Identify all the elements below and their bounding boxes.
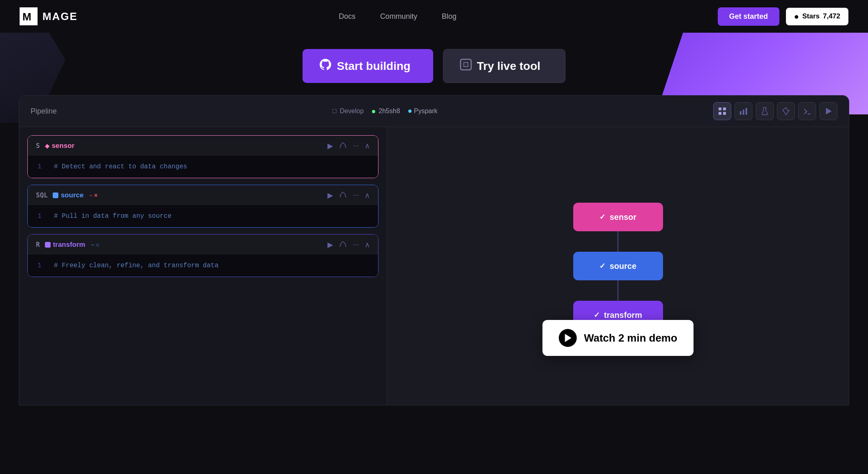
nav-blog[interactable]: Blog [442,12,456,21]
pipeline-develop: □ Develop [332,107,363,115]
cta-section: Start building Try live tool [0,33,868,95]
toolbar-run-btn[interactable] [819,102,837,120]
flow-sensor-label: sensor [610,212,637,222]
get-started-button[interactable]: Get started [718,7,779,26]
source-block-label: SQL source ←× [36,191,98,199]
toolbar-grid-btn[interactable] [713,102,731,120]
pipeline-hash: 2h5sh8 [372,107,400,115]
source-conn-icon: ←× [89,192,98,199]
source-more-btn[interactable]: ··· [353,191,359,199]
svg-rect-3 [719,107,721,110]
source-actions: ▶ ··· ∧ [327,190,370,200]
sensor-code-text[interactable]: # Detect and react to data changes [54,163,187,170]
transform-line-num: 1 [38,262,46,269]
sensor-file-btn[interactable] [339,141,347,151]
watch-demo-label: Watch 2 min demo [584,332,677,344]
sensor-check-icon: ✓ [599,212,605,221]
transform-type-label: R [36,241,40,248]
try-live-tool-button[interactable]: Try live tool [443,49,565,83]
transform-file-btn[interactable] [339,239,347,250]
svg-rect-8 [743,110,744,115]
logo-icon: M [20,7,38,25]
env-value: Pyspark [414,107,438,115]
flow-diagram: ✓ sensor ✓ source ✓ transform [573,203,663,329]
sensor-collapse-btn[interactable]: ∧ [365,141,370,150]
pipeline-panel: Pipeline □ Develop 2h5sh8 Pyspark [19,95,849,405]
develop-icon: □ [332,107,336,115]
nav-community[interactable]: Community [380,12,417,21]
sensor-block-label: S ◆ sensor [36,142,74,150]
sensor-type-label: S [36,142,40,150]
transform-collapse-btn[interactable]: ∧ [365,240,370,249]
pipeline-flow-area: ✓ sensor ✓ source ✓ transform [387,127,849,405]
pipeline-title: Pipeline [31,107,57,116]
sensor-run-btn[interactable]: ▶ [327,141,333,150]
sensor-block: S ◆ sensor ▶ ··· [27,135,378,178]
transform-block: R transform ←○ ▶ [27,234,378,277]
transform-code-line: 1 # Freely clean, refine, and transform … [38,262,368,269]
flow-source-label: source [610,262,637,271]
pipeline-header: Pipeline □ Develop 2h5sh8 Pyspark [19,96,849,127]
flow-connector-2 [617,280,619,301]
hash-dot [372,110,375,113]
sensor-line-num: 1 [38,163,46,170]
svg-rect-2 [461,59,471,70]
stars-count: 7,472 [823,12,840,20]
source-block-header: SQL source ←× ▶ [28,185,378,205]
source-file-btn[interactable] [339,190,347,200]
develop-label: Develop [340,107,364,115]
try-live-label: Try live tool [477,60,541,73]
toolbar-flask-btn[interactable] [756,102,774,120]
flow-connector-1 [617,231,619,252]
transform-check-icon: ✓ [594,311,600,320]
sensor-diamond-icon: ◆ [45,143,49,149]
flow-node-sensor: ✓ sensor [573,203,663,231]
svg-rect-4 [723,107,726,110]
transform-name: transform [45,241,85,249]
transform-more-btn[interactable]: ··· [353,240,359,249]
source-code-text[interactable]: # Pull in data from any source [54,212,171,220]
github-stars-button[interactable]: ● Stars 7,472 [786,8,848,25]
transform-code-text[interactable]: # Freely clean, refine, and transform da… [54,262,218,269]
github-octocat-icon: ● [794,12,799,21]
main-nav: Docs Community Blog [339,12,456,21]
sensor-more-btn[interactable]: ··· [353,141,359,150]
watch-demo-button[interactable]: Watch 2 min demo [542,320,694,356]
hash-value: 2h5sh8 [378,107,400,114]
header-actions: Get started ● Stars 7,472 [718,7,848,26]
transform-square-icon [45,242,51,248]
source-collapse-btn[interactable]: ∧ [365,191,370,200]
svg-marker-11 [826,108,832,114]
source-code-body: 1 # Pull in data from any source [28,205,378,227]
logo[interactable]: M MAGE [20,7,78,25]
source-check-icon: ✓ [599,262,605,271]
pipeline-toolbar [713,102,837,120]
source-run-btn[interactable]: ▶ [327,191,333,200]
transform-run-btn[interactable]: ▶ [327,240,333,249]
transform-actions: ▶ ··· ∧ [327,239,370,250]
play-triangle-icon [565,334,572,342]
pipeline-meta: □ Develop 2h5sh8 Pyspark [332,107,437,115]
transform-code-body: 1 # Freely clean, refine, and transform … [28,255,378,277]
sensor-block-header: S ◆ sensor ▶ ··· [28,136,378,156]
toolbar-terminal-btn[interactable] [798,102,816,120]
sensor-code-line: 1 # Detect and react to data changes [38,163,368,170]
transform-block-header: R transform ←○ ▶ [28,235,378,255]
sensor-code-body: 1 # Detect and react to data changes [28,156,378,178]
logo-text: MAGE [42,10,78,23]
svg-rect-9 [746,108,747,115]
source-square-icon [53,192,58,198]
source-block: SQL source ←× ▶ [27,185,378,228]
svg-rect-6 [723,112,726,115]
toolbar-chart-btn[interactable] [734,102,752,120]
toolbar-pin-btn[interactable] [777,102,795,120]
transform-conn-icon: ←○ [90,241,99,248]
pipeline-code-area: S ◆ sensor ▶ ··· [19,127,387,405]
nav-docs[interactable]: Docs [339,12,356,21]
source-type-label: SQL [36,191,48,199]
start-building-button[interactable]: Start building [303,49,433,83]
play-circle-icon [559,329,576,347]
header: M MAGE Docs Community Blog Get started ●… [0,0,868,33]
github-icon [319,58,332,74]
cube-icon [460,58,472,74]
